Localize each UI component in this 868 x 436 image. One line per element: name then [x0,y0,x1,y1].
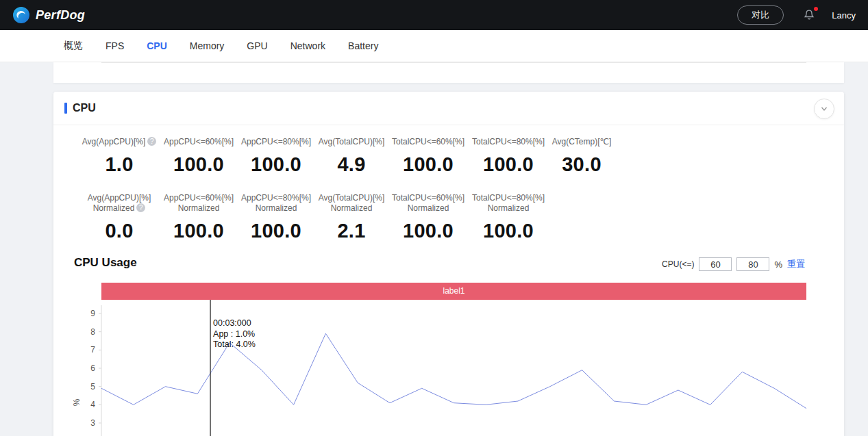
section-nav: 概览 FPS CPU Memory GPU Network Battery [0,30,868,62]
cpu-threshold-label: CPU(<=) [662,259,694,269]
y-axis-title: % [72,398,82,406]
stat-avg-ctemp: Avg(CTemp)[℃] 30.0 [534,137,630,176]
user-name[interactable]: Lancy [832,10,856,21]
cpu-card-title: CPU [73,102,96,114]
stat-label-sub: Normalized [93,203,135,213]
stat-value: 30.0 [534,153,630,176]
notification-bell-icon[interactable] [802,8,817,23]
tab-battery[interactable]: Battery [348,40,378,51]
collapse-card-button[interactable] [814,99,834,119]
cpu-threshold-high-input[interactable] [736,257,769,271]
stat-label-sub: Normalized [331,203,373,213]
stat-label: Avg(CTemp)[℃] [534,137,630,147]
y-axis-tick-label: 7 [90,345,95,355]
chart-tooltip-line: 00:03:000 [213,318,251,328]
stat-label-sub: Normalized [256,203,297,213]
perfdog-logo-icon[interactable] [12,6,30,24]
chart-tooltip-line: Total: 4.0% [213,339,256,349]
previous-chart-axis-line [101,62,806,63]
chevron-down-icon [820,105,828,113]
stat-label-text: Avg(AppCPU)[%] [82,137,145,146]
reset-link[interactable]: 重置 [787,258,805,270]
stat-label-sub: Normalized [488,203,530,213]
stat-label-text: TotalCPU<=80%[%] [472,193,545,203]
stat-label: TotalCPU<=80%[%]Normalized [460,193,556,214]
cpu-usage-title: CPU Usage [74,256,137,270]
stat-totalcpu-le80-normalized: TotalCPU<=80%[%]Normalized 100.0 [460,193,556,242]
y-axis-tick-label: 9 [90,309,95,318]
card-gap [0,83,868,92]
cpu-usage-line-series [101,333,806,408]
tab-memory[interactable]: Memory [190,40,225,51]
cpu-threshold-low-input[interactable] [699,257,732,271]
stat-label-text: AppCPU<=60%[%] [164,193,234,203]
tab-network[interactable]: Network [290,40,325,51]
cpu-usage-chart[interactable]: 9876543%00:03:000App : 1.0%Total: 4.0% [53,300,844,436]
tab-overview[interactable]: 概览 [64,40,83,52]
chart-tooltip-line: App : 1.0% [213,329,255,339]
stat-label-text: TotalCPU<=60%[%] [392,193,464,203]
top-app-bar: PerfDog 对比 Lancy [0,0,868,30]
stat-label-sub: Normalized [178,203,220,213]
help-icon[interactable] [136,203,145,212]
y-axis-tick-label: 4 [90,400,95,409]
y-axis-tick-label: 3 [90,418,95,428]
notification-dot [814,7,818,11]
percent-sign: % [774,259,782,270]
tab-cpu[interactable]: CPU [147,40,167,51]
perfdog-cpu-page: { "header": { "brand": "PerfDog", "compa… [0,0,868,436]
tab-gpu[interactable]: GPU [247,40,267,51]
stat-value: 100.0 [460,220,556,242]
cpu-threshold-controls: CPU(<=) % 重置 [662,257,805,271]
y-axis-tick-label: 5 [90,382,95,392]
stat-label-text: Avg(AppCPU)[%] [88,193,151,203]
stat-label-sub: Normalized [408,203,449,213]
cpu-card-header: CPU [53,92,844,125]
cpu-card: CPU Avg(AppCPU)[%] 1.0 AppCPU<=60%[%] 10… [53,92,844,436]
compare-button[interactable]: 对比 [737,5,784,25]
y-axis-tick-label: 8 [90,327,95,337]
chart-region-label[interactable]: label1 [101,283,806,300]
brand-title: PerfDog [36,8,85,23]
stat-label-text: Avg(TotalCPU)[%] [319,193,384,203]
title-accent-bar [64,103,67,114]
previous-card-partial [53,62,844,83]
stat-label-text: AppCPU<=80%[%] [241,193,311,203]
y-axis-tick-label: 6 [90,363,95,373]
tab-fps[interactable]: FPS [106,40,124,51]
